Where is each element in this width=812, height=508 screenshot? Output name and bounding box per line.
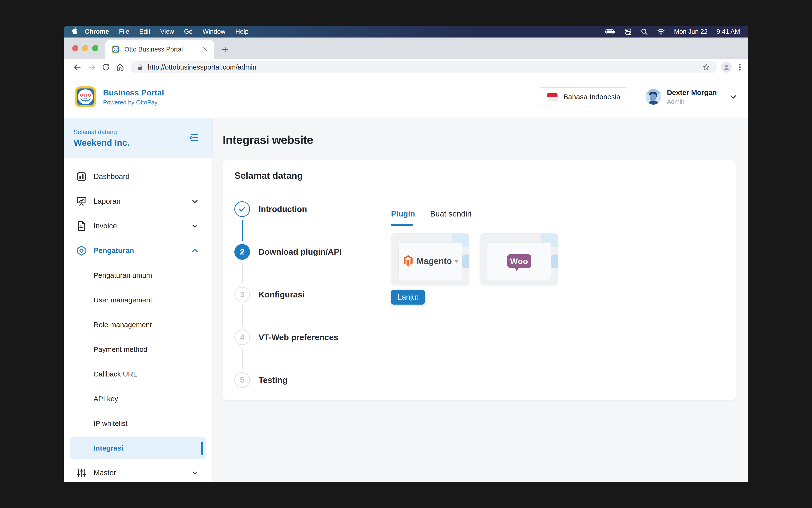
browser-tab[interactable]: OTTOPAY Otto Business Portal bbox=[105, 40, 214, 59]
lock-icon[interactable] bbox=[137, 64, 143, 70]
user-role: Admin bbox=[667, 98, 717, 105]
control-center-icon[interactable] bbox=[625, 28, 632, 35]
tab-plugin[interactable]: Plugin bbox=[391, 209, 415, 218]
svg-text:OTTO: OTTO bbox=[80, 93, 91, 97]
subitem-label: Payment method bbox=[93, 345, 147, 353]
new-tab-button[interactable] bbox=[221, 46, 229, 53]
menubar-item-view[interactable]: View bbox=[155, 28, 179, 35]
home-button[interactable] bbox=[113, 60, 127, 74]
step-number: 2 bbox=[234, 244, 250, 260]
wizard-steps: Introduction 2 Download plugin/API 3 Kon… bbox=[234, 189, 371, 391]
apple-menu-icon[interactable] bbox=[72, 27, 78, 36]
address-bar[interactable]: http://ottobusinessportal.com/admin bbox=[131, 61, 717, 73]
active-indicator bbox=[201, 441, 203, 455]
sidebar-subitem-user-management[interactable]: User management bbox=[63, 288, 213, 312]
user-name: Dexter Morgan bbox=[667, 89, 717, 97]
step-connector bbox=[242, 262, 243, 284]
brand: OTTOPAY Business Portal Powered by OttoP… bbox=[75, 86, 164, 108]
sidebar-subitem-pengaturan-umum[interactable]: Pengaturan umum bbox=[63, 263, 213, 288]
sidebar-subitem-callback-url[interactable]: Callback URL bbox=[63, 362, 213, 386]
language-label: Bahasa Indonesia bbox=[563, 93, 621, 101]
sidebar-subitem-api-key[interactable]: API key bbox=[63, 386, 213, 411]
chevron-down-icon bbox=[191, 222, 199, 230]
continue-button[interactable]: Lanjut bbox=[391, 290, 425, 304]
woocommerce-logo-icon: Woo bbox=[507, 254, 531, 268]
menubar-item-file[interactable]: File bbox=[114, 28, 134, 35]
sidebar-welcome-banner: Selamat datang Weekend Inc. bbox=[63, 118, 213, 158]
sidebar-item-laporan[interactable]: Laporan bbox=[63, 189, 213, 214]
sidebar-item-master[interactable]: Master bbox=[63, 461, 213, 482]
tab-buat-sendiri[interactable]: Buat sendiri bbox=[430, 209, 472, 218]
reload-button[interactable] bbox=[99, 60, 113, 74]
sidebar-item-pengaturan[interactable]: Pengaturan bbox=[63, 238, 213, 263]
step-connector bbox=[242, 348, 243, 369]
step-testing[interactable]: 5 Testing bbox=[234, 372, 288, 388]
step-vtweb-preferences[interactable]: 4 VT-Web preferences bbox=[234, 330, 338, 345]
url-text[interactable]: http://ottobusinessportal.com/admin bbox=[148, 64, 698, 71]
avatar bbox=[646, 89, 661, 105]
spotlight-search-icon[interactable] bbox=[641, 28, 648, 35]
step-connector bbox=[242, 220, 243, 241]
step-number: 3 bbox=[234, 287, 250, 302]
menubar-app-name[interactable]: Chrome bbox=[80, 28, 114, 35]
step-label: Testing bbox=[259, 375, 288, 385]
sidebar-item-invoice[interactable]: Invoice bbox=[63, 214, 213, 238]
card-title: Selamat datang bbox=[234, 170, 724, 181]
menubar-clock[interactable]: 9:41 AM bbox=[717, 28, 740, 35]
window-minimize-button[interactable] bbox=[82, 45, 88, 51]
indonesia-flag-icon bbox=[547, 93, 558, 101]
tab-underline bbox=[391, 224, 724, 226]
battery-icon[interactable] bbox=[605, 29, 616, 35]
browser-toolbar: http://ottobusinessportal.com/admin bbox=[63, 59, 748, 76]
brand-title: Business Portal bbox=[103, 88, 164, 97]
magento-reg-mark: ® bbox=[455, 259, 458, 263]
sidebar-subitem-integrasi[interactable]: Integrasi bbox=[70, 437, 206, 459]
svg-text:PAY: PAY bbox=[83, 97, 87, 100]
plugin-card-woocommerce[interactable]: Woo bbox=[480, 234, 558, 285]
step-number: 5 bbox=[234, 372, 250, 388]
bookmark-star-icon[interactable] bbox=[702, 64, 710, 71]
sidebar-item-dashboard[interactable]: Dashboard bbox=[63, 164, 213, 189]
sidebar-collapse-icon[interactable] bbox=[188, 132, 199, 144]
language-selector[interactable]: Bahasa Indonesia bbox=[539, 87, 628, 107]
menubar-item-window[interactable]: Window bbox=[198, 28, 230, 35]
dashboard-icon bbox=[76, 171, 87, 182]
step-label: Introduction bbox=[259, 204, 307, 214]
report-icon bbox=[76, 196, 87, 207]
browser-menu-icon[interactable] bbox=[738, 64, 741, 71]
sidebar-subitem-ip-whitelist[interactable]: IP whitelist bbox=[63, 411, 213, 436]
window-close-button[interactable] bbox=[72, 45, 78, 51]
sidebar-item-label: Dashboard bbox=[93, 172, 130, 181]
chevron-down-icon[interactable] bbox=[729, 93, 737, 101]
step-konfigurasi[interactable]: 3 Konfigurasi bbox=[234, 287, 305, 302]
sidebar-subitem-role-management[interactable]: Role management bbox=[63, 312, 213, 337]
magento-logo-icon bbox=[403, 255, 413, 267]
menubar-item-go[interactable]: Go bbox=[179, 28, 198, 35]
back-button[interactable] bbox=[70, 60, 85, 74]
browser-profile-icon[interactable] bbox=[721, 62, 732, 73]
svg-text:PAY: PAY bbox=[115, 50, 117, 50]
wifi-icon[interactable] bbox=[657, 29, 665, 35]
tab-close-icon[interactable] bbox=[202, 46, 208, 52]
window-zoom-button[interactable] bbox=[92, 45, 98, 51]
main-content: Integrasi website Selamat datang Introdu… bbox=[213, 118, 748, 482]
chevron-up-icon bbox=[191, 246, 199, 255]
plugin-card-magento[interactable]: Magento® bbox=[391, 234, 469, 285]
sidebar: Selamat datang Weekend Inc. Dashboard La… bbox=[63, 118, 213, 482]
ottopay-logo: OTTOPAY bbox=[75, 86, 96, 108]
subitem-label: IP whitelist bbox=[93, 419, 128, 427]
brand-subtitle: Powered by OttoPay bbox=[103, 99, 164, 106]
step-introduction[interactable]: Introduction bbox=[234, 201, 307, 217]
sidebar-subitem-payment-method[interactable]: Payment method bbox=[63, 337, 213, 362]
step-download-plugin[interactable]: 2 Download plugin/API bbox=[234, 244, 342, 260]
page-title: Integrasi website bbox=[223, 133, 736, 146]
menubar-item-help[interactable]: Help bbox=[230, 28, 254, 35]
woocommerce-logo-text: Woo bbox=[510, 257, 528, 266]
forward-button[interactable] bbox=[85, 60, 99, 74]
menubar-item-edit[interactable]: Edit bbox=[134, 28, 156, 35]
user-profile-menu[interactable]: Dexter Morgan Admin bbox=[646, 89, 737, 105]
tab-title: Otto Business Portal bbox=[124, 46, 198, 53]
chevron-down-icon bbox=[191, 197, 199, 206]
step-check-icon bbox=[234, 201, 250, 217]
menubar-date[interactable]: Mon Jun 22 bbox=[674, 28, 708, 35]
